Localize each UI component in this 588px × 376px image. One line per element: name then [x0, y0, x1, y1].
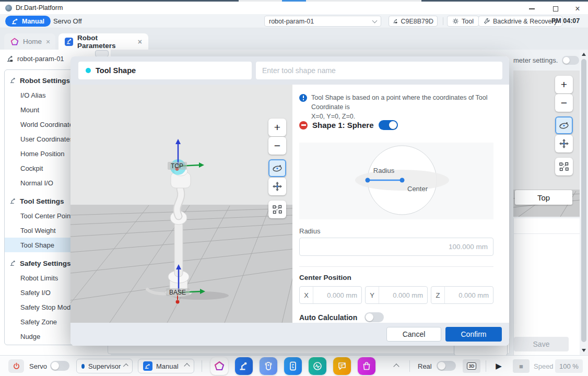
background-right-panel: meter settings. + − Top Save — [513, 50, 580, 355]
tab-robot-parameters[interactable]: Robot Parameters × — [58, 33, 148, 50]
3d-viewport[interactable]: TCP BASE + − — [70, 85, 292, 323]
orbit-button[interactable] — [268, 159, 286, 177]
tab-home-close-icon[interactable]: × — [46, 38, 50, 46]
z-axis-unit: mm — [477, 291, 489, 299]
scrollbar-thumb[interactable] — [581, 59, 586, 342]
tool-button[interactable]: Tool — [447, 16, 479, 27]
orbit-icon — [272, 162, 283, 174]
shape-settings-panel: Tool Shape is based on a point where the… — [292, 85, 503, 323]
cyan-dot-icon — [86, 68, 91, 73]
pan-button[interactable] — [268, 178, 286, 195]
robot-lock-icon — [393, 18, 398, 25]
3d-view-icon: 3D — [467, 362, 477, 370]
parameter-dropdown[interactable]: robot-param-01 — [264, 16, 381, 27]
robot-id-button[interactable]: C9E8B79D — [389, 16, 438, 27]
cancel-button[interactable]: Cancel — [386, 327, 441, 342]
radius-input[interactable]: 100.000 mm — [299, 238, 493, 256]
x-axis-label: X — [300, 287, 313, 303]
main-toolbar: Manual Servo Off robot-param-01 C9E8B79D… — [0, 14, 588, 28]
mode-manual-button[interactable]: Manual — [5, 16, 51, 27]
auto-calculation-toggle[interactable] — [364, 312, 384, 322]
app-logo-icon — [5, 5, 12, 11]
dialog-header: Tool Shape — [70, 56, 509, 85]
x-axis-value: 0.000 — [327, 291, 344, 299]
bottom-separator — [409, 360, 410, 372]
measure-button[interactable] — [268, 201, 286, 218]
chevron-down-icon — [372, 18, 378, 23]
servo-toggle[interactable] — [50, 361, 69, 371]
bg-zoom-in-button[interactable]: + — [555, 76, 573, 93]
play-button[interactable]: ▶ — [491, 359, 507, 373]
real-toggle[interactable] — [437, 361, 456, 371]
task-editor-app-icon[interactable] — [284, 357, 302, 375]
dock-expand-icon[interactable] — [393, 363, 399, 369]
gear-icon — [452, 18, 459, 25]
title-bar: Dr.Dart-Platform × — [0, 2, 588, 14]
diagram-center-label: Center — [407, 185, 428, 193]
info-icon — [299, 94, 307, 102]
tool-shape-name-input[interactable] — [256, 62, 502, 79]
confirm-button[interactable]: Confirm — [445, 327, 502, 342]
3d-view-button[interactable]: 3D — [463, 359, 480, 373]
bg-view-top-button[interactable]: Top — [515, 190, 572, 205]
dialog-footer: Cancel Confirm — [70, 323, 509, 346]
bottom-separator — [486, 360, 486, 372]
backdrive-recovery-label: Backdrive & Recovery — [493, 18, 557, 25]
bg-zoom-out-button[interactable]: − — [555, 94, 573, 112]
maximize-icon — [553, 6, 558, 11]
radius-value: 100.000 — [449, 243, 474, 251]
speed-value[interactable]: 100 % — [555, 359, 583, 373]
messages-app-icon[interactable] — [333, 357, 351, 375]
lock-toggle[interactable] — [562, 56, 579, 65]
bg-measure-button[interactable] — [555, 158, 573, 175]
robot-parameters-app-icon[interactable] — [235, 357, 253, 375]
robot-id-value: C9E8B79D — [401, 18, 433, 25]
shape-1-toggle[interactable] — [379, 120, 398, 130]
y-axis-value: 0.000 — [393, 291, 410, 299]
section-robot-settings-label: Robot Settings — [20, 77, 70, 85]
tool-shape-dialog: Tool Shape — [70, 56, 509, 346]
sphere-diagram: Radius Center — [299, 143, 493, 219]
lock-toggle-knob — [563, 57, 570, 64]
page-scrollbar[interactable] — [580, 50, 588, 355]
monitoring-app-icon[interactable] — [309, 357, 326, 375]
bottom-status-bar: Servo Supervisor Manual — [0, 355, 588, 376]
radius-unit: mm — [476, 243, 488, 251]
zoom-in-button[interactable]: + — [268, 119, 286, 136]
remove-shape-icon[interactable] — [299, 121, 308, 130]
center-x-input[interactable]: X 0.000 mm — [299, 286, 362, 304]
shape-1-toggle-knob — [389, 121, 397, 129]
minimize-button[interactable] — [526, 4, 537, 14]
z-axis-value: 0.000 — [458, 291, 476, 299]
tab-robot-parameters-close-icon[interactable]: × — [138, 38, 142, 46]
chevron-up-icon — [184, 363, 190, 369]
application-window: Dr.Dart-Platform × Manual Servo Off robo… — [0, 0, 588, 376]
info-text-line1: Tool Shape is based on a point where the… — [311, 94, 488, 111]
shape-1-title: Shape 1: Sphere — [312, 121, 374, 130]
store-app-icon[interactable] — [358, 357, 375, 375]
bg-orbit-button[interactable] — [555, 116, 573, 134]
zoom-out-button[interactable]: − — [268, 137, 286, 155]
backdrive-recovery-button[interactable]: Backdrive & Recovery — [478, 16, 562, 27]
dialog-title: Tool Shape — [96, 66, 136, 75]
bg-pan-button[interactable] — [555, 135, 573, 152]
scroll-down-icon[interactable] — [582, 349, 586, 352]
power-button[interactable] — [8, 359, 24, 373]
stop-button[interactable]: ■ — [513, 359, 530, 373]
robot-scene: TCP BASE — [70, 85, 292, 323]
center-z-input[interactable]: Z 0.000 mm — [431, 286, 493, 304]
scroll-up-icon[interactable] — [582, 53, 586, 56]
home-app-icon[interactable] — [210, 357, 228, 375]
measure-icon — [272, 204, 283, 215]
close-button[interactable]: × — [572, 4, 583, 14]
maximize-button[interactable] — [550, 4, 561, 14]
teach-pendant-app-icon[interactable] — [260, 357, 277, 375]
save-button[interactable]: Save — [514, 337, 569, 351]
role-dropdown[interactable]: Supervisor — [76, 359, 133, 373]
sphere-diagram-drawing: Radius Center — [299, 143, 493, 219]
servo-label: Servo — [29, 362, 47, 370]
tab-home[interactable]: Home × — [4, 33, 55, 50]
mode-dropdown[interactable]: Manual — [138, 359, 194, 373]
pan-icon — [272, 181, 283, 192]
center-y-input[interactable]: Y 0.000 mm — [365, 286, 428, 304]
